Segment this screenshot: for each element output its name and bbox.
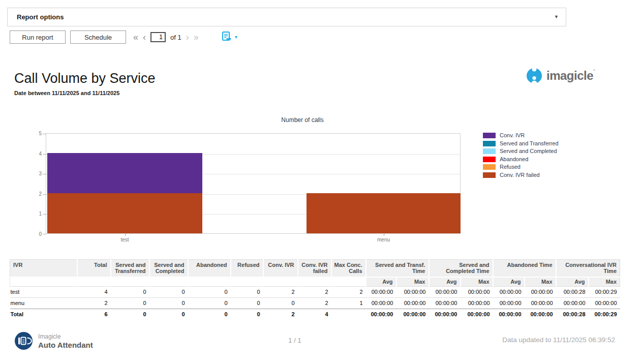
subcolumn-header: Avg xyxy=(493,277,525,287)
subcolumn-header: Max xyxy=(525,277,556,287)
next-page-icon[interactable]: › xyxy=(186,32,189,43)
table-cell: 0 xyxy=(149,287,188,298)
table-cell: 0 xyxy=(188,309,231,320)
table-cell: 00:00:00 xyxy=(429,287,461,298)
column-header: Conv. IVR xyxy=(263,260,298,278)
export-report-icon xyxy=(222,31,232,42)
report-page: Report options ▼ Run report Schedule « ‹… xyxy=(0,0,642,364)
last-page-icon[interactable]: » xyxy=(194,32,199,43)
legend-label: Conv. IVR failed xyxy=(500,172,540,178)
column-header: Refused xyxy=(231,260,263,278)
table-cell: 2 xyxy=(77,298,111,309)
table-cell: 0 xyxy=(188,287,231,298)
table-cell: 00:00:00 xyxy=(493,287,525,298)
subheader-spacer xyxy=(188,277,231,287)
table-cell: test xyxy=(10,287,77,298)
legend-item: Served and Transferred xyxy=(483,141,559,146)
y-axis-tick xyxy=(43,214,46,215)
legend-item: Abandoned xyxy=(483,157,559,162)
y-axis-label: 4 xyxy=(29,151,42,157)
y-axis-tick xyxy=(43,134,46,134)
subcolumn-header: Max xyxy=(461,277,493,287)
table-cell: 4 xyxy=(77,287,111,298)
x-axis-tick xyxy=(384,234,384,236)
data-updated-label: Data updated to 11/11/2025 06:39:52 xyxy=(502,336,615,344)
y-axis-tick xyxy=(43,174,46,174)
report-options-bar[interactable]: Report options ▼ xyxy=(7,8,566,26)
subheader-spacer xyxy=(331,277,366,287)
legend-item: Conv. IVR xyxy=(483,133,559,138)
table-header-row: IVRTotalServed and TransferredServed and… xyxy=(10,260,620,278)
table-row: test4000022200:00:0000:00:0000:00:0000:0… xyxy=(10,287,620,298)
table-cell: 0 xyxy=(149,309,188,320)
chart-title: Number of calls xyxy=(46,116,559,124)
results-table: IVRTotalServed and TransferredServed and… xyxy=(10,259,620,320)
column-header: Conv. IVR failed xyxy=(298,260,331,278)
chevron-down-icon[interactable]: ▼ xyxy=(554,14,559,19)
subheader-spacer xyxy=(149,277,188,287)
y-axis-label: 3 xyxy=(29,171,42,176)
column-header: Served and Completed xyxy=(149,260,188,278)
page-input[interactable] xyxy=(150,32,166,42)
table-cell: 00:00:00 xyxy=(366,298,396,309)
table-cell: 00:00:00 xyxy=(525,309,556,320)
table-cell: 0 xyxy=(188,298,231,309)
legend-label: Served and Transferred xyxy=(500,141,559,146)
table-cell: 00:00:00 xyxy=(461,287,493,298)
first-page-icon[interactable]: « xyxy=(133,32,138,43)
subcolumn-header: Avg xyxy=(366,277,396,287)
imagicle-logo-icon xyxy=(526,68,542,84)
table-cell: 2 xyxy=(263,309,298,320)
column-header: Served and Completed Time xyxy=(429,260,493,278)
legend-swatch xyxy=(483,157,496,162)
subcolumn-header: Max xyxy=(396,277,429,287)
imagicle-brand: imagicle° xyxy=(526,68,595,84)
legend-label: Refused xyxy=(500,164,521,170)
table-cell: Total xyxy=(10,309,77,320)
run-report-button[interactable]: Run report xyxy=(10,31,66,44)
y-axis-label: 5 xyxy=(29,131,42,136)
date-range-subtitle: Date between 11/11/2025 and 11/11/2025 xyxy=(14,90,119,96)
table-cell: 00:00:00 xyxy=(525,298,556,309)
table-cell: 00:00:00 xyxy=(493,298,525,309)
chart-plot: 012345testmenu xyxy=(46,133,461,234)
table-cell: 00:00:00 xyxy=(461,298,493,309)
column-header: Total xyxy=(77,260,111,278)
table-cell: 0 xyxy=(111,287,149,298)
schedule-button[interactable]: Schedule xyxy=(70,31,126,44)
y-axis-tick xyxy=(43,234,46,234)
chevron-down-icon[interactable]: ▾ xyxy=(235,34,237,40)
table-cell: 00:00:00 xyxy=(396,298,429,309)
auto-attendant-logo-icon xyxy=(14,331,33,350)
column-header: Conversational IVR Time xyxy=(556,260,620,278)
table-cell: 00:00:00 xyxy=(366,309,396,320)
y-axis-tick xyxy=(43,154,46,155)
y-axis-tick xyxy=(43,194,46,195)
table-cell: 00:00:28 xyxy=(556,309,589,320)
column-header: Abandoned Time xyxy=(493,260,556,278)
x-axis-tick xyxy=(125,234,126,236)
table-cell: 00:00:00 xyxy=(366,287,396,298)
subheader-spacer xyxy=(263,277,298,287)
x-axis-label: test xyxy=(105,237,145,242)
subcolumn-header: Avg xyxy=(429,277,461,287)
table-cell: 0 xyxy=(231,309,263,320)
table-cell: 00:00:00 xyxy=(556,298,589,309)
page-indicator: 1 / 1 xyxy=(264,337,325,344)
legend-swatch xyxy=(483,148,496,154)
column-header: IVR xyxy=(10,260,77,278)
table-cell: 00:00:00 xyxy=(525,287,556,298)
table-subheader-row: AvgMaxAvgMaxAvgMaxAvgMax xyxy=(10,277,620,287)
table-cell: 00:00:29 xyxy=(589,309,620,320)
subheader-spacer xyxy=(298,277,331,287)
table-row: menu2000002100:00:0000:00:0000:00:0000:0… xyxy=(10,298,620,309)
column-header: Served and Transf. Time xyxy=(366,260,429,278)
prev-page-icon[interactable]: ‹ xyxy=(143,32,146,43)
subheader-spacer xyxy=(10,277,77,287)
y-axis-label: 1 xyxy=(29,211,42,217)
table-cell: 00:00:29 xyxy=(589,287,620,298)
table-cell: 0 xyxy=(231,287,263,298)
legend-label: Abandoned xyxy=(500,157,528,162)
table-cell xyxy=(331,309,366,320)
export-button[interactable]: ▾ xyxy=(222,31,237,42)
